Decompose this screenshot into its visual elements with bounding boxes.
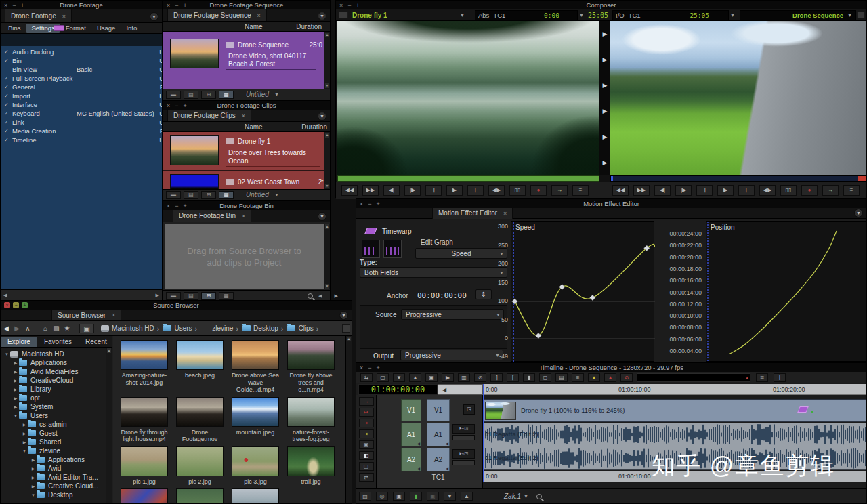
tree-item[interactable]: ▶ Avid <box>1 464 112 473</box>
disclosure-arrow-icon[interactable]: ▶ <box>30 457 37 462</box>
chevron-down-icon[interactable]: ▼ <box>150 12 158 21</box>
transport-button[interactable]: ▶▶ <box>633 185 650 196</box>
effect-thumb-1[interactable] <box>362 240 380 258</box>
record-track-a1[interactable]: A1◀ <box>427 423 450 446</box>
transport-button[interactable]: ◀| <box>383 185 400 196</box>
timeline-tool-button[interactable]: ▼ <box>393 373 405 382</box>
timeline-side-button[interactable]: ↦ <box>359 408 374 417</box>
file-thumbnail[interactable] <box>287 446 335 476</box>
chevron-down-icon[interactable]: ▼ <box>318 212 326 221</box>
timeline-bottom-button[interactable]: ▮ <box>410 492 422 501</box>
breadcrumb-item[interactable]: Clips <box>287 324 321 333</box>
settings-row[interactable]: ✓ Timeline U <box>1 135 162 144</box>
tab-drone-footage-sequence[interactable]: Drone Footage Sequence× <box>167 9 267 21</box>
timeline-tool-button[interactable]: ▲ <box>409 373 421 382</box>
timeline-bottom-button[interactable]: ◎ <box>376 492 388 501</box>
transport-button[interactable]: ◀◀ <box>341 185 358 196</box>
text-view-icon[interactable]: ▬ <box>166 292 181 300</box>
timeline-bottom-button[interactable]: ▣ <box>427 492 439 501</box>
empty-bin-dropzone[interactable]: Drag from Source Browser to add clips to… <box>165 224 324 289</box>
timeline-tool-button[interactable]: ⊘ <box>474 373 486 382</box>
settings-row[interactable]: ✓ Bin U <box>1 56 162 65</box>
video-track-lane[interactable]: Drone fly 1 (100% to 116% to 245%) <box>483 399 866 422</box>
file-item[interactable]: pic 2.jpg <box>175 446 224 486</box>
timeline-tool-button[interactable]: ⌉ <box>490 373 503 382</box>
close-icon[interactable]: × <box>339 2 343 9</box>
timeline-view-menu[interactable]: Zak.1 <box>504 492 521 500</box>
timeline-tool-button[interactable]: ⇆ <box>360 373 373 382</box>
transport-button[interactable]: ≡ <box>843 185 860 196</box>
scroll-down-icon[interactable]: ▼ <box>325 83 329 88</box>
chevron-down-icon[interactable]: ▼ <box>524 494 528 499</box>
forward-icon[interactable]: ▶ <box>12 324 22 332</box>
tree-item[interactable]: ▼ Macintosh HD <box>1 350 112 358</box>
focus-scroll-thumb[interactable]: ◀ <box>438 384 483 395</box>
tree-item[interactable]: ▶ Creative Cloud... <box>1 482 112 490</box>
tab-source-browser[interactable]: Source Browser× <box>51 310 121 320</box>
zoom-icon[interactable]: + <box>377 364 380 371</box>
file-item[interactable] <box>231 488 280 503</box>
zoom-icon[interactable]: + <box>356 2 360 9</box>
disclosure-arrow-icon[interactable]: ▶ <box>12 387 19 392</box>
disclosure-arrow-icon[interactable]: ▼ <box>30 493 37 497</box>
file-item[interactable]: Drone fly through light house.mp4 <box>120 397 169 443</box>
chevron-down-icon[interactable]: ▼ <box>730 13 735 18</box>
close-icon[interactable]: × <box>167 203 170 209</box>
script-view-icon[interactable]: ▤ <box>184 91 198 99</box>
chevron-down-icon[interactable]: ▼ <box>318 112 326 121</box>
column-duration[interactable]: Duration <box>301 123 327 131</box>
disclosure-arrow-icon[interactable]: ▼ <box>3 352 10 356</box>
bin-view-name[interactable]: Untitled <box>246 91 269 98</box>
clip-row[interactable]: Drone fly 1 Drone over Trees towards Oce… <box>163 132 324 170</box>
transport-button[interactable]: ◀▶ <box>759 185 776 196</box>
file-thumbnail[interactable] <box>232 397 279 427</box>
timeline-tool-button[interactable]: ▢ <box>377 373 389 382</box>
clip-thumbnail[interactable] <box>170 39 219 68</box>
record-track-v1[interactable]: V1 <box>427 399 450 421</box>
favorite-star-icon[interactable]: ★ <box>62 324 72 332</box>
tree-item[interactable]: ▶ CreativeCloud <box>1 376 112 385</box>
disclosure-arrow-icon[interactable]: ▼ <box>12 414 19 418</box>
tree-item[interactable]: ▶ Applications <box>1 455 112 464</box>
zoom-icon[interactable]: + <box>184 102 187 109</box>
file-thumbnail[interactable] <box>176 340 224 370</box>
file-thumbnail[interactable] <box>121 488 168 503</box>
disclosure-arrow-icon[interactable]: ▶ <box>30 475 37 480</box>
tc-track-label[interactable]: TC1 <box>427 474 450 481</box>
tab-close-icon[interactable]: × <box>503 210 507 217</box>
file-item[interactable]: beach.jpeg <box>175 340 224 394</box>
tree-item[interactable]: ▶ Applications <box>1 358 112 367</box>
tree-item[interactable]: ▶ Library <box>1 385 112 394</box>
source-track-a1[interactable]: A1◀ <box>401 423 421 446</box>
frame-view-icon[interactable]: ⊞ <box>201 191 216 199</box>
tab-drone-footage[interactable]: Drone Footage× <box>5 9 72 22</box>
chevron-down-icon[interactable]: ▼ <box>339 311 348 320</box>
frame-view-icon[interactable]: ⊞ <box>201 91 216 99</box>
transport-button[interactable]: ▯▯ <box>780 185 797 196</box>
anchor-value[interactable]: 00:00:00:00 <box>417 291 467 300</box>
file-thumbnail[interactable] <box>287 340 335 370</box>
chevron-down-icon[interactable]: ▼ <box>274 92 279 97</box>
segment-tool-strip[interactable]: ▴ <box>637 373 750 382</box>
zoom-icon[interactable]: + <box>22 302 28 308</box>
zoom-icon[interactable]: + <box>184 2 187 9</box>
speaker-icon[interactable]: ◀ <box>417 466 420 471</box>
transport-button[interactable]: ▶ <box>717 185 734 196</box>
file-item[interactable]: nature-forest-trees-fog.jpeg <box>287 397 335 443</box>
tree-item[interactable]: ▶ Avid Editor Tra... <box>1 473 112 482</box>
tab-close-icon[interactable]: × <box>62 13 66 20</box>
tab-close-icon[interactable]: × <box>257 12 261 19</box>
transport-button[interactable]: → <box>551 185 568 196</box>
disclosure-arrow-icon[interactable]: ▶ <box>21 422 28 427</box>
disclosure-arrow-icon[interactable]: ▼ <box>21 449 28 453</box>
scroll-right-icon[interactable]: ▶ <box>156 293 159 298</box>
record-timecode-box[interactable]: I/O TC1 25:05 <box>612 10 729 20</box>
transport-button[interactable]: |▶ <box>675 185 692 196</box>
source-monitor-video[interactable] <box>337 21 599 175</box>
minimize-icon[interactable]: − <box>175 203 178 209</box>
file-item[interactable]: trail.jpg <box>287 446 335 486</box>
close-icon[interactable]: × <box>4 2 7 9</box>
timeline-tool-button[interactable]: ≡ <box>572 373 584 382</box>
script-view-icon[interactable]: ▤ <box>184 191 198 199</box>
source-position-bar[interactable] <box>337 175 599 182</box>
